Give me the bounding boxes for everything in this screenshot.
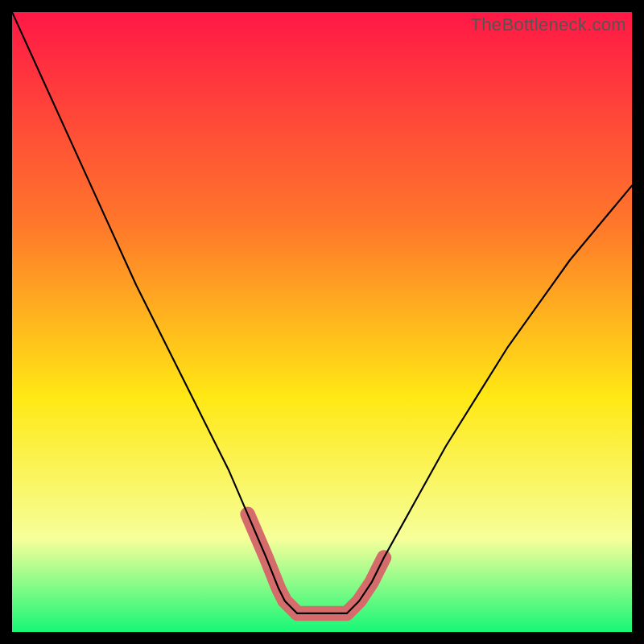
plot-area xyxy=(12,12,632,632)
bottleneck-curve xyxy=(12,12,632,613)
curve-layer xyxy=(12,12,632,632)
watermark-text: TheBottleneck.com xyxy=(471,14,626,35)
chart-frame: TheBottleneck.com xyxy=(0,0,644,644)
